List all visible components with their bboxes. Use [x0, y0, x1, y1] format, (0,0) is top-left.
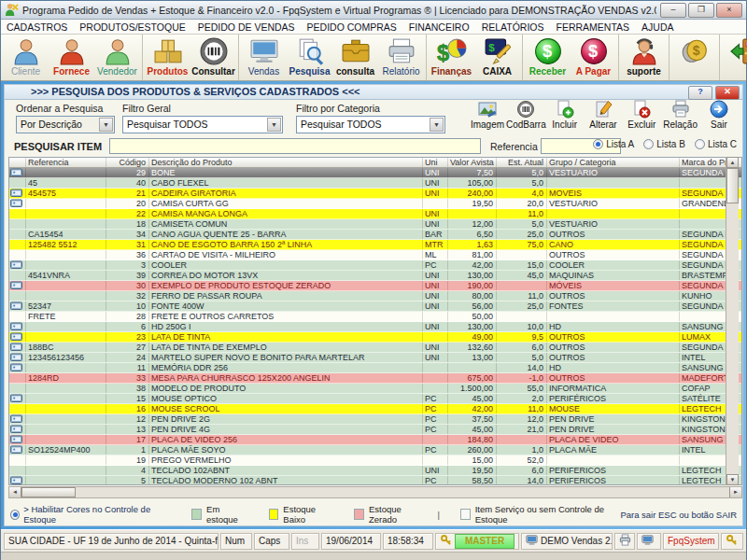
table-row[interactable]: 5 TECLADO MODERNO 102 ABNT PC 58,50 14,0… [9, 476, 741, 485]
column-header-descri-o-do-produto[interactable]: Descrição do Produto [149, 158, 423, 167]
scroll-thumb[interactable] [726, 168, 739, 203]
table-row[interactable]: 17 PLACA DE VIDEO 256 184,80 PLACA DE VI… [9, 435, 741, 445]
radio-icon[interactable] [695, 139, 705, 149]
table-row[interactable]: 23 LATA DE TINTA 49,00 9,5 OUTROS LUMAX [9, 332, 741, 343]
toolbar-finan-as-button[interactable]: $ Finanças [429, 35, 474, 79]
menu-item-ajuda[interactable]: AJUDA [641, 21, 673, 33]
close-icon[interactable]: × [716, 3, 742, 18]
table-row[interactable]: 29 BONE UNI 7,50 5,0 VESTUARIO SEGUNDA [9, 168, 741, 178]
search-input[interactable] [109, 138, 481, 154]
general-filter-combobox[interactable]: Pesquisar TODOS▼ [122, 116, 283, 133]
table-row[interactable]: 19 PREGO VERMELHO 15,00 52,0 [9, 455, 741, 466]
radio-icon[interactable] [643, 139, 654, 149]
toolbar-exit-door-button[interactable]: EXIT [722, 35, 747, 79]
toolbar-pesquisa-button[interactable]: Pesquisa [287, 35, 332, 79]
status-cell-printer-tiny [614, 533, 635, 550]
column-header-grupo-categoria[interactable]: Grupo / Categoria [547, 158, 680, 167]
toolbar-caixa-button[interactable]: $ CAIXA [474, 35, 520, 79]
scroll-up-icon[interactable]: ▲ [726, 157, 739, 168]
toolbar-produtos-button[interactable]: Produtos [145, 35, 190, 79]
toolbar-cliente-button[interactable]: Cliente [3, 35, 49, 79]
column-header-c-digo[interactable]: Código [106, 158, 149, 167]
alterar-button[interactable]: Alterar [585, 100, 622, 135]
radio-lista-b[interactable]: Lista B [643, 139, 685, 149]
toolbar-receber-button[interactable]: $ Receber [525, 35, 571, 79]
table-row[interactable]: 123456123456 24 MARTELO SUPER NOVO E BON… [9, 353, 741, 363]
incluir-button[interactable]: Incluir [546, 100, 584, 135]
chevron-down-icon[interactable]: ▼ [267, 118, 281, 132]
enable-colors-radio[interactable] [10, 510, 20, 520]
order-combobox[interactable]: Por Descrição▼ [16, 116, 115, 133]
table-row[interactable]: 4541VNRA 39 CORREA DO MOTOR 13VX UNI 130… [9, 271, 741, 281]
table-row[interactable]: 36 CARTAO DE VISITA - MILHEIRO ML 81,00 … [9, 250, 741, 260]
help-icon[interactable]: ? [688, 86, 712, 100]
toolbar-vendas-button[interactable]: Vendas [241, 35, 287, 79]
toolbar-coin-button[interactable]: $ [671, 35, 717, 79]
table-row[interactable]: 454575 21 CADEIRA GIRATORIA UNI 240,00 4… [9, 189, 741, 199]
table-row[interactable]: 16 MOUSE SCROOL PC 42,00 11,0 MOUSE LEGT… [9, 404, 741, 414]
menu-item-cadastros[interactable]: CADASTROS [7, 21, 67, 33]
table-row[interactable]: 20 CAMISA CURTA GG 19,50 20,0 VESTUARIO … [9, 199, 741, 209]
menu-item-pedido-de-vendas[interactable]: PEDIDO DE VENDAS [198, 21, 295, 33]
column-header-uni[interactable]: Uni [423, 158, 448, 167]
toolbar-vendedor-button[interactable]: Vendedor [94, 35, 140, 79]
table-row[interactable]: 15 MOUSE OPTICO PC 45,00 2,0 PERIFÉRICOS… [9, 394, 741, 404]
panel-close-icon[interactable]: ✕ [715, 86, 740, 100]
toolbar-consultar-button[interactable]: Consultar [190, 35, 236, 79]
table-row[interactable]: 6 HD 250G I UNI 130,00 10,0 HD SANSUNG [9, 322, 741, 332]
toolbar-relat-rio-button[interactable]: Relatório [378, 35, 424, 79]
scroll-left-icon[interactable]: ◄ [9, 487, 21, 497]
column-header-referencia[interactable]: Referencia [26, 158, 106, 167]
category-filter-combobox[interactable]: Pesquisar TODOS▼ [296, 116, 445, 133]
sair-button[interactable]: Sair [700, 100, 738, 135]
rela-o-button[interactable]: Relação [662, 100, 699, 135]
table-row[interactable]: 125482 5512 31 CANO DE ESGOTO BARRA 150 … [9, 240, 741, 250]
menu-item-ferramentas[interactable]: FERRAMENTAS [557, 21, 630, 33]
toolbar-fornece-button[interactable]: Fornece [49, 35, 94, 79]
column-header-est-atual[interactable]: Est. Atual [497, 158, 547, 167]
table-row[interactable]: 13 PEN DRIVE 4G PC 45,00 21,0 PEN DRIVE … [9, 425, 741, 435]
table-row[interactable]: 1284RD 33 MESA PARA CHURRASCO 125X200 AN… [9, 373, 741, 384]
table-row[interactable]: 11 MEMÓRIA DDR 256 14,0 HD SANSUNG [9, 363, 741, 373]
table-row[interactable]: 30 EXEMPLO DE PRODUTO ESTOQUE ZERADO UNI… [9, 281, 741, 291]
menu-item-pedido-compras[interactable]: PEDIDO COMPRAS [307, 21, 397, 33]
table-row[interactable]: 52347 10 FONTE 400W UNI 56,00 25,0 FONTE… [9, 301, 741, 312]
radio-icon[interactable] [593, 139, 603, 149]
menu-item-financeiro[interactable]: FINANCEIRO [409, 21, 470, 33]
table-row[interactable]: 12 PEN DRIVE 2G PC 37,50 12,0 PEN DRIVE … [9, 414, 741, 425]
toolbar-a-pagar-button[interactable]: $ A Pagar [571, 35, 616, 79]
vertical-scrollbar[interactable]: ▲ ▼ [726, 157, 739, 485]
table-row[interactable]: 22 CAMISA MANGA LONGA UNI 11,0 [9, 209, 741, 219]
table-row[interactable]: FRETE 28 FRETE E OUTROS CARRETOS 50,00 [9, 312, 741, 322]
table-row[interactable]: 18 CAMISETA COMUN UNI 12,00 5,0 VESTUARI… [9, 219, 741, 230]
toolbar-suporte-button[interactable]: suporte [621, 35, 667, 79]
table-row[interactable]: 45 40 CABO FLEXEL UNI 105,00 5,0 [9, 178, 741, 189]
table-row[interactable]: SO12524MP400 1 PLACA MÃE SOYO PC 260,00 … [9, 445, 741, 455]
scroll-down-icon[interactable]: ▼ [726, 474, 739, 485]
menu-item-produtos-estoque[interactable]: PRODUTOS/ESTOQUE [79, 21, 185, 33]
horizontal-scrollbar[interactable]: ◄ ► [8, 486, 742, 498]
menu-item-relat-rios[interactable]: RELATÓRIOS [482, 21, 544, 33]
chevron-down-icon[interactable]: ▼ [99, 118, 113, 132]
table-row[interactable]: CA15454 34 CANO AGUA QUENTE 25 - BARRA B… [9, 230, 741, 240]
column-header-valor-avista[interactable]: Valor Avista [448, 158, 497, 167]
imagem-button[interactable]: Imagem [469, 100, 506, 135]
scroll-right-icon[interactable]: ► [729, 487, 741, 497]
table-row[interactable]: 4 TECLADO 102ABNT UNI 19,50 6,0 PERIFERI… [9, 466, 741, 476]
chevron-down-icon[interactable]: ▼ [430, 118, 444, 132]
toolbar-consulta-button[interactable]: consulta [332, 35, 378, 79]
table-row[interactable]: 3 COOLER PC 42,00 15,0 COOLER SEGUNDA L [9, 260, 741, 271]
column-header-icon[interactable] [9, 158, 26, 167]
table-row[interactable]: 32 FERRO DE PASSAR ROUPA UNI 80,00 11,0 … [9, 291, 741, 301]
radio-lista-a[interactable]: Lista A [593, 139, 634, 149]
codbarra-button[interactable]: CodBarra [507, 100, 544, 135]
maximize-icon[interactable]: ❐ [688, 3, 714, 18]
table-row[interactable]: 188BC 27 LATA DE TINTA DE EXEMPLO UNI 13… [9, 343, 741, 353]
legend-item: Estoque Zerado [354, 504, 424, 525]
table-row[interactable]: 38 MODELO DE PRODUTO 1.500,00 55,0 INFOR… [9, 384, 741, 394]
excluir-button[interactable]: Excluir [623, 100, 660, 135]
color-swatch [191, 509, 202, 520]
radio-lista-c[interactable]: Lista C [695, 139, 737, 149]
scroll-thumb[interactable] [21, 487, 76, 497]
minimize-icon[interactable]: – [660, 3, 686, 18]
